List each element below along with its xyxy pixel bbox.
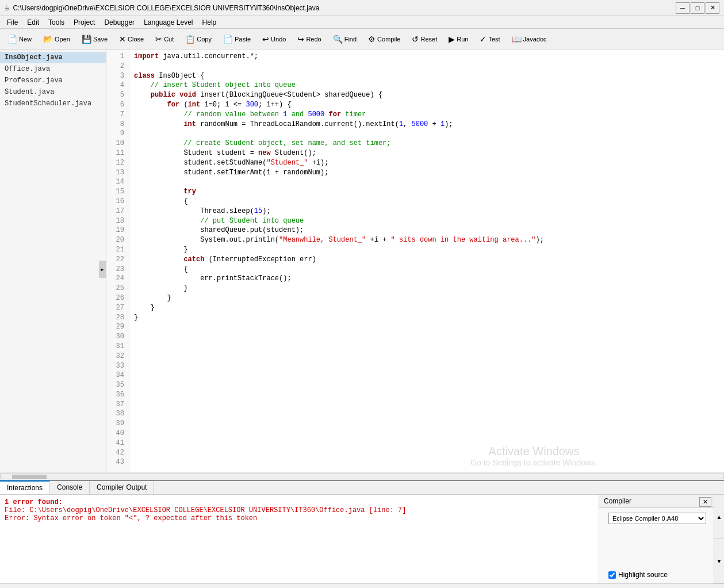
- menu-item-debugger[interactable]: Debugger: [99, 16, 139, 28]
- line-number-26: 26: [109, 293, 124, 303]
- code-line-25: }: [134, 284, 719, 293]
- code-line-17: Thread.sleep(15);: [134, 207, 719, 216]
- menu-item-help[interactable]: Help: [198, 16, 221, 28]
- collapse-panel-button[interactable]: ▶: [99, 261, 106, 278]
- line-number-2: 2: [109, 62, 124, 71]
- close-right-panel-button[interactable]: ✕: [699, 497, 711, 507]
- line-number-16: 16: [109, 197, 124, 207]
- maximize-button[interactable]: □: [691, 2, 704, 14]
- line-number-33: 33: [109, 361, 124, 371]
- code-content[interactable]: import java.util.concurrent.*; class Ins…: [129, 49, 724, 472]
- code-line-18: // put Student into queue: [134, 216, 719, 226]
- paste-button[interactable]: 📄Paste: [218, 31, 256, 47]
- bottom-panel: InteractionsConsoleCompiler Output 1 err…: [0, 480, 724, 583]
- line-number-25: 25: [109, 284, 124, 293]
- javadoc-button[interactable]: 📖Javadoc: [507, 31, 552, 47]
- line-number-29: 29: [109, 322, 124, 332]
- code-line-32: [134, 352, 719, 361]
- file-item-InsObject-java[interactable]: InsObject.java: [0, 52, 106, 63]
- compiler-label: Compiler: [604, 497, 631, 505]
- code-line-10: // create Student object, set name, and …: [134, 139, 719, 148]
- test-button[interactable]: ✓Test: [474, 31, 505, 47]
- code-line-36: [134, 390, 719, 400]
- compile-button[interactable]: ⚙Compile: [363, 31, 405, 47]
- line-number-6: 6: [109, 100, 124, 110]
- code-line-35: [134, 380, 719, 390]
- code-line-26: }: [134, 293, 719, 303]
- code-line-40: [134, 429, 719, 438]
- open-button[interactable]: 📂Open: [38, 31, 75, 47]
- line-number-28: 28: [109, 313, 124, 323]
- menu-item-file[interactable]: File: [2, 16, 22, 28]
- menu-item-edit[interactable]: Edit: [22, 16, 44, 28]
- file-item-Student-java[interactable]: Student.java: [0, 86, 106, 98]
- code-line-20: System.out.println("Meanwhile, Student_"…: [134, 235, 719, 245]
- error-msg: Error: Syntax error on token "<", ? expe…: [5, 514, 594, 522]
- highlight-source-label: Highlight source: [618, 571, 668, 579]
- copy-button[interactable]: 📋Copy: [180, 31, 217, 47]
- redo-button[interactable]: ↪Redo: [292, 31, 326, 47]
- code-line-19: sharedQueue.put(student);: [134, 226, 719, 235]
- line-number-14: 14: [109, 177, 124, 187]
- code-line-6: for (int i=0; i <= 300; i++) {: [134, 100, 719, 110]
- menu-item-tools[interactable]: Tools: [44, 16, 69, 28]
- bottom-content: 1 error found: File: C:\Users\dogpig\One…: [0, 495, 724, 583]
- code-line-34: [134, 371, 719, 380]
- code-line-22: catch (InterruptedException err): [134, 255, 719, 265]
- code-line-4: // insert Student object into queue: [134, 81, 719, 90]
- menu-item-language-level[interactable]: Language Level: [139, 16, 197, 28]
- line-number-5: 5: [109, 90, 124, 100]
- code-line-41: [134, 438, 719, 448]
- code-line-16: {: [134, 197, 719, 207]
- cut-button[interactable]: ✂Cut: [150, 31, 179, 47]
- tab-console[interactable]: Console: [50, 481, 90, 494]
- highlight-area: Highlight source: [604, 568, 672, 581]
- file-item-Office-java[interactable]: Office.java: [0, 63, 106, 75]
- file-panel: InsObject.javaOffice.javaProfessor.javaS…: [0, 49, 106, 472]
- error-count: 1 error found:: [5, 498, 594, 506]
- tab-interactions[interactable]: Interactions: [0, 480, 50, 494]
- line-number-22: 22: [109, 255, 124, 265]
- code-line-31: [134, 342, 719, 352]
- line-number-32: 32: [109, 352, 124, 361]
- new-button[interactable]: 📄New: [2, 31, 37, 47]
- title-path: C:\Users\dogpig\OneDrive\EXCELSIOR COLLE…: [13, 4, 676, 12]
- scroll-up-button[interactable]: ▲: [714, 495, 724, 539]
- run-button[interactable]: ▶Run: [443, 31, 473, 47]
- line-number-20: 20: [109, 235, 124, 245]
- close-button[interactable]: ✕Close: [114, 31, 149, 47]
- line-number-23: 23: [109, 265, 124, 274]
- compiler-dropdown[interactable]: Eclipse Compiler 0.A48: [608, 513, 706, 524]
- line-number-21: 21: [109, 245, 124, 255]
- code-line-7: // random value between 1 and 5000 for t…: [134, 110, 719, 120]
- code-line-2: [134, 62, 719, 71]
- file-item-StudentScheduler-java[interactable]: StudentScheduler.java: [0, 98, 106, 109]
- console-output: 1 error found: File: C:\Users\dogpig\One…: [0, 495, 599, 583]
- scroll-down-button[interactable]: ▼: [714, 539, 724, 583]
- compiler-select-container: Eclipse Compiler 0.A48: [599, 508, 714, 529]
- code-line-28: }: [134, 313, 719, 323]
- reset-button[interactable]: ↺Reset: [407, 31, 442, 47]
- line-number-35: 35: [109, 380, 124, 390]
- line-number-12: 12: [109, 158, 124, 168]
- highlight-source-checkbox[interactable]: [608, 571, 616, 579]
- code-line-30: [134, 332, 719, 342]
- undo-button[interactable]: ↩Undo: [257, 31, 291, 47]
- close-button[interactable]: ✕: [706, 2, 719, 14]
- code-line-8: int randomNum = ThreadLocalRandom.curren…: [134, 120, 719, 129]
- line-number-19: 19: [109, 226, 124, 235]
- code-line-14: [134, 177, 719, 187]
- file-item-Professor-java[interactable]: Professor.java: [0, 75, 106, 86]
- line-number-40: 40: [109, 429, 124, 438]
- tab-compiler-output[interactable]: Compiler Output: [90, 481, 154, 494]
- find-button[interactable]: 🔍Find: [328, 31, 362, 47]
- minimize-button[interactable]: ─: [676, 2, 689, 14]
- menu-item-project[interactable]: Project: [69, 16, 99, 28]
- code-line-43: [134, 457, 719, 467]
- code-line-13: student.setTimerAmt(i + randomNum);: [134, 168, 719, 178]
- title-bar: ☕ C:\Users\dogpig\OneDrive\EXCELSIOR COL…: [0, 0, 724, 16]
- horizontal-scrollbar[interactable]: [0, 472, 724, 480]
- main-content: InsObject.javaOffice.javaProfessor.javaS…: [0, 49, 724, 472]
- save-button[interactable]: 💾Save: [76, 31, 113, 47]
- code-editor[interactable]: 1234567891011121314151617181920212223242…: [106, 49, 724, 472]
